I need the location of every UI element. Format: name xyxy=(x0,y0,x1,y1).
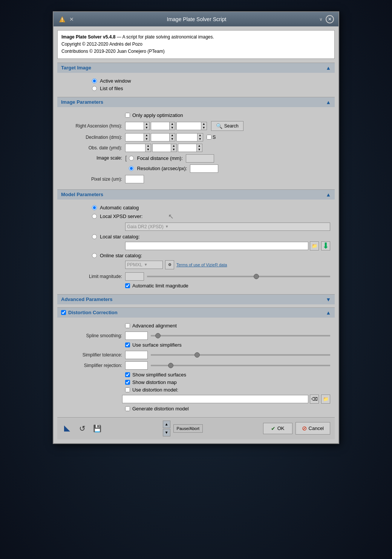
obs-day-down[interactable]: ▼ xyxy=(197,148,202,152)
simplifier-tolerance-input[interactable]: 0.25 xyxy=(125,351,148,359)
image-params-collapse-icon[interactable]: ▲ xyxy=(326,99,331,105)
show-simplified-surfaces-row: Show simplified surfaces xyxy=(62,372,330,378)
ra-seconds-up[interactable]: ▲ xyxy=(201,122,207,126)
dec-degrees-input[interactable]: 9 xyxy=(126,134,144,141)
dec-degrees-up[interactable]: ▲ xyxy=(144,134,149,137)
simplifier-rejection-row: Simplifier rejection: 0.10 xyxy=(62,361,330,370)
obs-month-up[interactable]: ▲ xyxy=(171,144,176,148)
dec-minutes-down[interactable]: ▼ xyxy=(170,137,175,141)
obs-year-input[interactable]: 2019 xyxy=(126,144,145,151)
ra-hours-input[interactable]: 6 xyxy=(126,123,144,129)
cancel-button[interactable]: ⊘ Cancel xyxy=(296,422,330,435)
local-catalog-download-btn[interactable]: ⬇ xyxy=(321,241,330,250)
resolution-radio[interactable] xyxy=(129,166,134,171)
local-xpsd-radio[interactable] xyxy=(92,214,97,219)
obs-day-spinbox[interactable]: 10 ▲ ▼ xyxy=(178,144,202,152)
distortion-collapse-icon[interactable]: ▲ xyxy=(326,310,331,316)
ra-hours-spinbox[interactable]: 6 ▲ ▼ xyxy=(125,122,150,130)
ppmxl-label: PPMXL xyxy=(127,262,142,267)
refresh-icon-btn[interactable]: ↺ xyxy=(77,423,87,434)
terms-link[interactable]: Terms of use of VizieR data xyxy=(176,263,227,267)
generate-distortion-model-checkbox[interactable] xyxy=(125,406,130,411)
dec-seconds-up[interactable]: ▲ xyxy=(198,134,203,137)
obs-year-spinbox[interactable]: 2019 ▲ ▼ xyxy=(125,144,151,152)
gaia-dropdown[interactable]: Gaia DR2 (XPSD) ▼ xyxy=(125,223,330,231)
distortion-correction-checkbox[interactable] xyxy=(61,310,66,315)
dec-seconds-input[interactable]: 5.85 xyxy=(177,134,197,141)
obs-year-up[interactable]: ▲ xyxy=(145,144,151,148)
obs-month-spinbox[interactable]: 12 ▲ ▼ xyxy=(152,144,177,152)
model-params-collapse-icon[interactable]: ▲ xyxy=(326,192,331,198)
obs-month-down[interactable]: ▼ xyxy=(171,148,176,152)
dec-minutes-up[interactable]: ▲ xyxy=(170,134,175,137)
show-simplified-surfaces-checkbox[interactable] xyxy=(125,372,130,377)
cancel-button-label: Cancel xyxy=(309,425,324,431)
ra-hours-down[interactable]: ▼ xyxy=(144,126,149,130)
use-distortion-model-checkbox[interactable] xyxy=(125,387,130,392)
ra-hours-up[interactable]: ▲ xyxy=(144,122,149,126)
ppmxl-dropdown[interactable]: PPMXL ▼ xyxy=(125,261,163,269)
use-surface-simplifiers-checkbox[interactable] xyxy=(125,342,130,347)
limit-magnitude-slider[interactable] xyxy=(147,276,330,277)
obs-day-input[interactable]: 10 xyxy=(178,144,196,151)
ra-minutes-down[interactable]: ▼ xyxy=(170,126,175,130)
search-button[interactable]: 🔍 Search xyxy=(211,121,243,131)
ra-minutes-up[interactable]: ▲ xyxy=(170,122,175,126)
dec-degrees-down[interactable]: ▼ xyxy=(144,137,149,141)
list-of-files-radio[interactable] xyxy=(92,86,97,91)
ra-minutes-input[interactable]: 40 xyxy=(151,123,169,129)
online-catalog-row: Online star catalog: xyxy=(62,253,330,258)
obs-year-down[interactable]: ▼ xyxy=(145,148,151,152)
save-icon-btn[interactable]: 💾 xyxy=(92,423,103,434)
target-image-collapse-icon[interactable]: ▲ xyxy=(326,65,331,71)
ppmxl-settings-btn[interactable]: ⚙ xyxy=(165,260,174,269)
show-distortion-map-checkbox[interactable] xyxy=(125,380,130,385)
ok-button[interactable]: ✔ OK xyxy=(263,423,292,434)
local-catalog-path-input[interactable] xyxy=(125,242,308,250)
only-apply-optimization-checkbox[interactable] xyxy=(125,113,130,118)
online-catalog-radio[interactable] xyxy=(92,253,97,258)
dec-seconds-down[interactable]: ▼ xyxy=(198,137,203,141)
auto-limit-checkbox[interactable] xyxy=(125,283,130,288)
advanced-params-collapse-icon[interactable]: ▼ xyxy=(326,296,331,303)
spline-smoothing-slider[interactable] xyxy=(151,335,330,336)
simplifier-tolerance-slider[interactable] xyxy=(151,354,330,356)
ra-seconds-spinbox[interactable]: 57.537 ▲ ▼ xyxy=(176,122,207,130)
scroll-down-btn[interactable]: ▼ xyxy=(163,429,170,436)
dec-sign-checkbox[interactable] xyxy=(207,135,211,140)
simplifier-rejection-input[interactable]: 0.10 xyxy=(125,361,148,370)
local-star-catalog-radio[interactable] xyxy=(92,234,97,239)
dropdown-arrow-icon[interactable]: ∨ xyxy=(319,17,323,22)
ra-seconds-input[interactable]: 57.537 xyxy=(177,123,201,129)
dec-seconds-spinbox[interactable]: 5.85 ▲ ▼ xyxy=(176,133,203,141)
ok-button-label: OK xyxy=(277,425,285,431)
dec-minutes-input[interactable]: 49 xyxy=(151,134,169,141)
limit-magnitude-input[interactable]: 12.0 xyxy=(125,272,144,281)
dec-degrees-spinbox[interactable]: 9 ▲ ▼ xyxy=(125,133,150,141)
scroll-up-btn[interactable]: ▲ xyxy=(163,421,170,428)
simplifier-rejection-slider[interactable] xyxy=(151,365,330,366)
close-x-icon[interactable]: ✕ xyxy=(69,16,74,22)
active-window-radio[interactable] xyxy=(92,78,97,83)
advanced-alignment-checkbox[interactable] xyxy=(125,323,130,328)
arrow-icon-btn[interactable] xyxy=(62,423,72,434)
focal-distance-input[interactable]: 1931.29 xyxy=(186,154,214,163)
resolution-input[interactable]: 0.961215 xyxy=(190,164,218,173)
distortion-model-folder-btn[interactable]: 📁 xyxy=(321,395,330,404)
distortion-model-file-row: ⌫ 📁 xyxy=(62,395,330,404)
close-button[interactable]: ✕ xyxy=(326,15,334,23)
distortion-model-path-input[interactable] xyxy=(122,395,308,403)
pixel-size-input[interactable]: 9 xyxy=(125,175,144,183)
spline-smoothing-input[interactable]: 0.025 xyxy=(125,332,148,340)
distortion-model-clear-btn[interactable]: ⌫ xyxy=(310,395,319,404)
obs-month-input[interactable]: 12 xyxy=(153,144,171,151)
ra-minutes-spinbox[interactable]: 40 ▲ ▼ xyxy=(151,122,175,130)
pause-abort-button[interactable]: Pause/Abort xyxy=(173,424,203,433)
auto-catalog-radio[interactable] xyxy=(92,205,97,210)
focal-distance-radio[interactable] xyxy=(129,156,134,161)
dec-minutes-spinbox[interactable]: 49 ▲ ▼ xyxy=(151,133,175,141)
spline-smoothing-slider-container xyxy=(151,335,330,336)
obs-day-up[interactable]: ▲ xyxy=(197,144,202,148)
ra-seconds-down[interactable]: ▼ xyxy=(201,126,207,130)
local-catalog-folder-btn[interactable]: 📁 xyxy=(310,241,319,250)
